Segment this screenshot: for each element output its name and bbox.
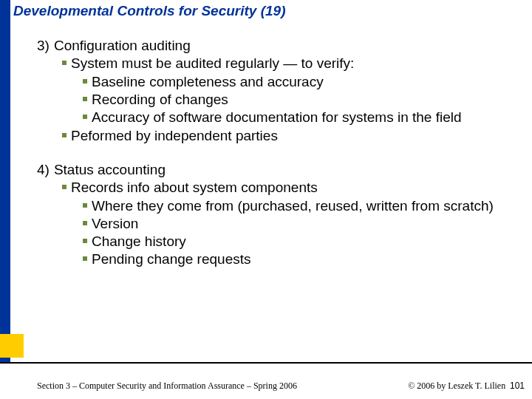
item-3: 3) Configuration auditing (37, 37, 525, 55)
accent-bar (0, 0, 10, 362)
bullet-text: Baseline completeness and accuracy (92, 73, 525, 91)
bullet-text: Change history (92, 233, 525, 250)
accent-square (0, 334, 24, 358)
bullet-icon (58, 127, 71, 137)
bullet-icon (78, 215, 92, 225)
slide: Developmental Controls for Security (19)… (0, 0, 532, 399)
bullet-icon (78, 197, 92, 208)
bullet-lvl2: Pending change requests (78, 250, 525, 268)
footer-section: Section 3 – Computer Security and Inform… (37, 381, 297, 392)
footer: Section 3 – Computer Security and Inform… (37, 381, 525, 392)
bullet-text: Where they come from (purchased, reused,… (92, 197, 525, 215)
bullet-icon (58, 55, 71, 65)
bullet-text: Version (92, 215, 525, 233)
bullet-text: Peformed by independent parties (71, 127, 525, 145)
bullet-icon (78, 91, 92, 101)
item-4: 4) Status accounting (37, 161, 525, 179)
bullet-lvl1: Peformed by independent parties (58, 127, 525, 145)
footer-right: © 2006 by Leszek T. Lilien '101 (408, 381, 525, 392)
bullet-lvl2: Change history (78, 233, 525, 250)
bullet-text: Accuracy of software documentation for s… (92, 109, 525, 126)
footer-copyright: © 2006 by Leszek T. Lilien (408, 381, 505, 392)
footer-page: '101 (511, 381, 525, 392)
bullet-icon (78, 233, 92, 243)
item-heading: Configuration auditing (54, 37, 525, 55)
bullet-text: Recording of changes (92, 91, 525, 109)
bullet-icon (58, 179, 71, 189)
bullet-lvl2: Baseline completeness and accuracy (78, 73, 525, 91)
bullet-lvl2: Recording of changes (78, 91, 525, 109)
bullet-icon (78, 250, 92, 261)
slide-content: 3) Configuration auditing System must be… (37, 37, 525, 269)
bullet-icon (78, 73, 92, 83)
bullet-lvl2: Accuracy of software documentation for s… (78, 109, 525, 126)
bullet-text: Pending change requests (92, 250, 525, 268)
bullet-lvl2: Where they come from (purchased, reused,… (78, 197, 525, 215)
item-heading: Status accounting (54, 161, 525, 179)
item-number: 3) (37, 37, 54, 55)
bullet-lvl1: System must be audited regularly — to ve… (58, 55, 525, 72)
bullet-lvl1: Records info about system components (58, 179, 525, 197)
bullet-text: Records info about system components (71, 179, 525, 197)
bullet-text: System must be audited regularly — to ve… (71, 55, 525, 72)
item-number: 4) (37, 161, 54, 179)
slide-title: Developmental Controls for Security (19) (13, 3, 285, 19)
bullet-icon (78, 109, 92, 119)
bullet-lvl2: Version (78, 215, 525, 233)
horizontal-rule (0, 362, 532, 364)
